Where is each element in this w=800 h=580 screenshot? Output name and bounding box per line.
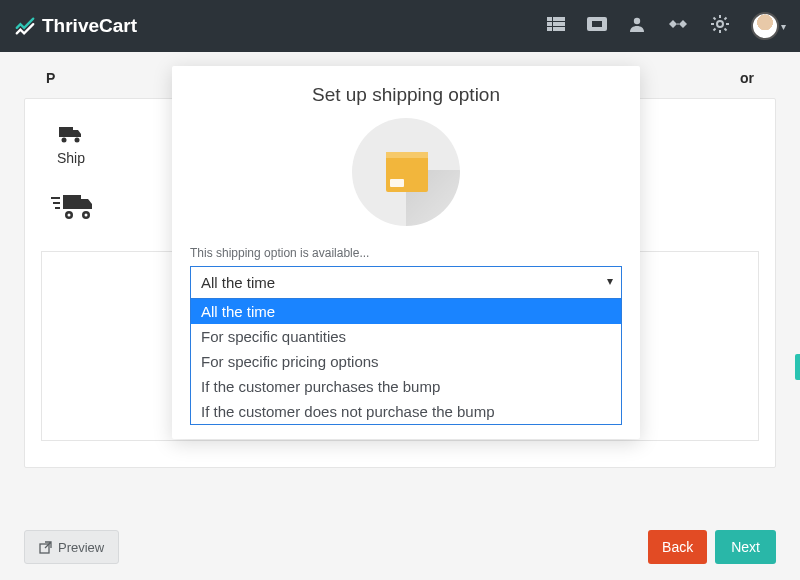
svg-point-20 [75,138,80,143]
svg-rect-7 [592,21,602,27]
svg-rect-0 [547,17,552,21]
logo-icon [14,15,36,37]
tab-right-partial: or [740,70,754,86]
svg-line-16 [714,29,716,31]
svg-point-9 [717,21,723,27]
svg-rect-5 [553,27,565,31]
brand-logo[interactable]: ThriveCart [14,15,137,37]
svg-rect-1 [553,17,565,21]
svg-line-17 [725,18,727,20]
modal-title: Set up shipping option [172,84,640,106]
truck-icon [57,125,85,148]
next-button[interactable]: Next [715,530,776,564]
footer-buttons: Preview Back Next [0,530,800,580]
back-button[interactable]: Back [648,530,707,564]
package-illustration [352,118,460,226]
select-option[interactable]: For specific pricing options [191,349,621,374]
shipping-label: Ship [57,150,85,166]
shipping-section-header: Ship [57,125,85,166]
svg-rect-21 [63,195,81,209]
select-option[interactable]: For specific quantities [191,324,621,349]
avatar [751,12,779,40]
brand-name: ThriveCart [42,15,137,37]
svg-rect-3 [553,22,565,26]
svg-rect-18 [59,127,73,137]
select-option[interactable]: If the customer does not purchase the bu… [191,399,621,424]
select-option[interactable]: All the time [191,299,621,324]
svg-point-23 [68,214,71,217]
svg-point-19 [62,138,67,143]
grid-icon[interactable] [547,17,565,35]
tab-left-partial: P [46,70,55,86]
select-options-list: All the time For specific quantities For… [190,299,622,425]
fast-shipping-icon [51,191,95,225]
external-link-icon [39,541,52,554]
select-option[interactable]: If the customer purchases the bump [191,374,621,399]
shipping-option-modal: Set up shipping option This shipping opt… [172,66,640,439]
preview-label: Preview [58,540,104,555]
user-menu[interactable]: ▾ [751,12,786,40]
svg-point-8 [634,18,640,24]
gear-icon[interactable] [711,15,729,37]
svg-line-15 [725,29,727,31]
user-icon[interactable] [629,16,645,36]
svg-rect-2 [547,22,552,26]
teal-accent [795,354,800,380]
chevron-down-icon: ▾ [781,21,786,32]
topbar-icons: ▾ [547,12,786,40]
topbar: ThriveCart ▾ [0,0,800,52]
ticket-icon[interactable] [587,17,607,35]
availability-field-label: This shipping option is available... [172,246,640,266]
handshake-icon[interactable] [667,17,689,35]
svg-line-14 [714,18,716,20]
svg-point-25 [85,214,88,217]
svg-rect-4 [547,27,552,31]
select-current-value[interactable]: All the time [190,266,622,299]
availability-select[interactable]: All the time All the time For specific q… [190,266,622,425]
preview-button[interactable]: Preview [24,530,119,564]
package-icon [386,152,428,192]
